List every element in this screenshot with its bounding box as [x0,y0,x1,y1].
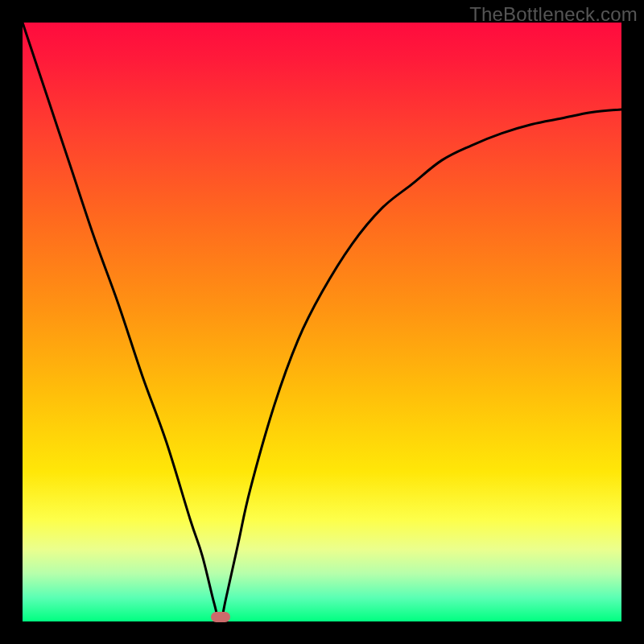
watermark-text: TheBottleneck.com [469,3,638,26]
plot-area [23,23,621,621]
optimum-marker [211,612,230,622]
bottleneck-curve [23,23,621,621]
chart-frame: TheBottleneck.com [0,0,644,644]
